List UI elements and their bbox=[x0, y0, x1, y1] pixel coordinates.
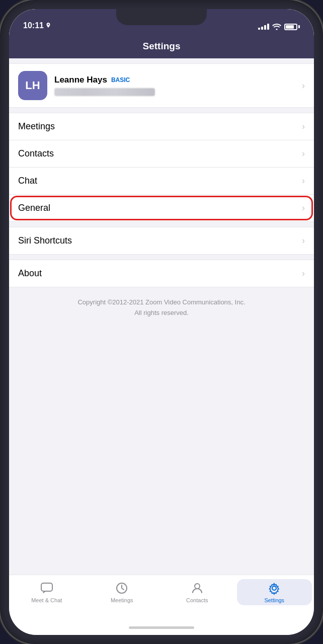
general-highlight-ring bbox=[10, 196, 313, 220]
menu-item-contacts[interactable]: Contacts › bbox=[9, 140, 314, 168]
meet-chat-icon bbox=[40, 581, 54, 595]
meetings-chevron: › bbox=[302, 121, 305, 132]
menu-item-about[interactable]: About › bbox=[9, 260, 314, 287]
status-icons bbox=[258, 23, 300, 30]
settings-tab-icon bbox=[267, 581, 281, 595]
svg-rect-0 bbox=[41, 583, 52, 591]
profile-badge: BASIC bbox=[111, 76, 130, 84]
tab-meet-chat[interactable]: Meet & Chat bbox=[9, 579, 85, 605]
home-indicator bbox=[9, 620, 314, 635]
home-bar bbox=[129, 626, 194, 629]
svg-point-3 bbox=[272, 586, 276, 590]
profile-name: Leanne Hays bbox=[54, 75, 107, 85]
menu-section-2: Siri Shortcuts › bbox=[9, 227, 314, 255]
menu-item-chat[interactable]: Chat › bbox=[9, 168, 314, 195]
menu-item-about-label: About bbox=[18, 268, 42, 279]
profile-name-row: Leanne Hays BASIC bbox=[54, 75, 155, 85]
gear-icon bbox=[268, 582, 281, 595]
location-icon bbox=[46, 23, 51, 29]
tab-meet-chat-label: Meet & Chat bbox=[31, 597, 62, 603]
menu-item-siri-label: Siri Shortcuts bbox=[18, 235, 72, 246]
contacts-chevron: › bbox=[302, 148, 305, 159]
menu-item-chat-label: Chat bbox=[18, 176, 37, 186]
about-chevron: › bbox=[302, 268, 305, 279]
status-time: 10:11 bbox=[23, 21, 51, 30]
wifi-icon bbox=[272, 23, 281, 30]
menu-item-general[interactable]: General › bbox=[9, 195, 314, 221]
profile-info: Leanne Hays BASIC bbox=[54, 75, 155, 96]
phone-screen: 10:11 bbox=[9, 9, 314, 635]
menu-item-meetings-label: Meetings bbox=[18, 121, 55, 132]
person-icon bbox=[191, 582, 204, 595]
nav-title: Settings bbox=[143, 41, 181, 52]
time-display: 10:11 bbox=[23, 21, 44, 30]
copyright-text: Copyright ©2012-2021 Zoom Video Communic… bbox=[9, 287, 314, 329]
chat-chevron: › bbox=[302, 176, 305, 186]
menu-section-1: Meetings › Contacts › Chat › bbox=[9, 113, 314, 222]
avatar: LH bbox=[18, 71, 47, 100]
meetings-tab-icon bbox=[115, 581, 129, 595]
profile-row[interactable]: LH Leanne Hays BASIC › bbox=[9, 63, 314, 108]
bottom-spacer bbox=[9, 329, 314, 359]
profile-chevron: › bbox=[302, 80, 305, 91]
profile-email-blurred bbox=[54, 88, 155, 96]
menu-section-3: About › bbox=[9, 260, 314, 287]
avatar-initials: LH bbox=[25, 79, 40, 92]
tab-meetings[interactable]: Meetings bbox=[85, 579, 160, 605]
clock-icon bbox=[115, 582, 128, 595]
menu-item-meetings[interactable]: Meetings › bbox=[9, 113, 314, 140]
menu-item-siri[interactable]: Siri Shortcuts › bbox=[9, 227, 314, 254]
chat-bubble-icon bbox=[40, 582, 53, 595]
notch bbox=[116, 9, 207, 25]
tab-settings[interactable]: Settings bbox=[237, 579, 312, 605]
tab-settings-label: Settings bbox=[264, 597, 284, 603]
tab-contacts[interactable]: Contacts bbox=[159, 579, 235, 605]
battery-icon bbox=[284, 24, 300, 30]
general-chevron: › bbox=[302, 203, 305, 213]
siri-chevron: › bbox=[302, 235, 305, 246]
nav-bar: Settings bbox=[9, 34, 314, 58]
settings-scroll[interactable]: LH Leanne Hays BASIC › bbox=[9, 58, 314, 575]
tab-meetings-label: Meetings bbox=[111, 597, 133, 603]
menu-item-general-label: General bbox=[18, 203, 50, 213]
phone-frame: 10:11 bbox=[0, 0, 323, 644]
contacts-tab-icon bbox=[190, 581, 204, 595]
svg-point-2 bbox=[195, 584, 200, 589]
menu-item-contacts-label: Contacts bbox=[18, 148, 54, 159]
profile-left: LH Leanne Hays BASIC bbox=[18, 71, 155, 100]
signal-icon bbox=[258, 24, 269, 30]
tab-contacts-label: Contacts bbox=[186, 597, 208, 603]
tab-bar: Meet & Chat Meetings bbox=[9, 575, 314, 620]
